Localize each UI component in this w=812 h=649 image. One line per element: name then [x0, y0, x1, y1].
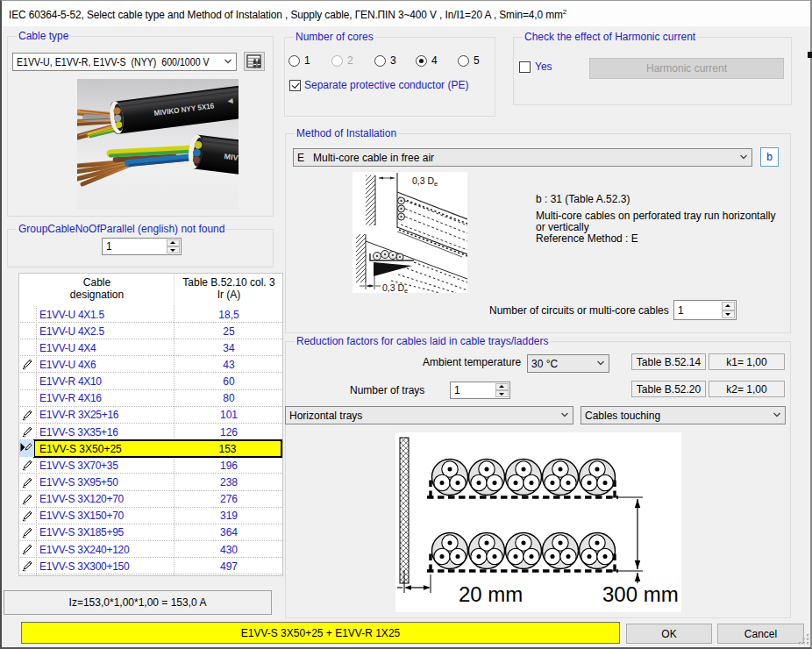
- svg-text:0,3 De: 0,3 De: [382, 282, 408, 293]
- svg-text:20 mm: 20 mm: [459, 582, 523, 606]
- svg-text:◄: ◄: [225, 96, 235, 106]
- svg-text:0,3 De: 0,3 De: [412, 175, 438, 188]
- svg-text:MIV: MIV: [224, 152, 239, 162]
- svg-text:300 mm: 300 mm: [602, 582, 679, 606]
